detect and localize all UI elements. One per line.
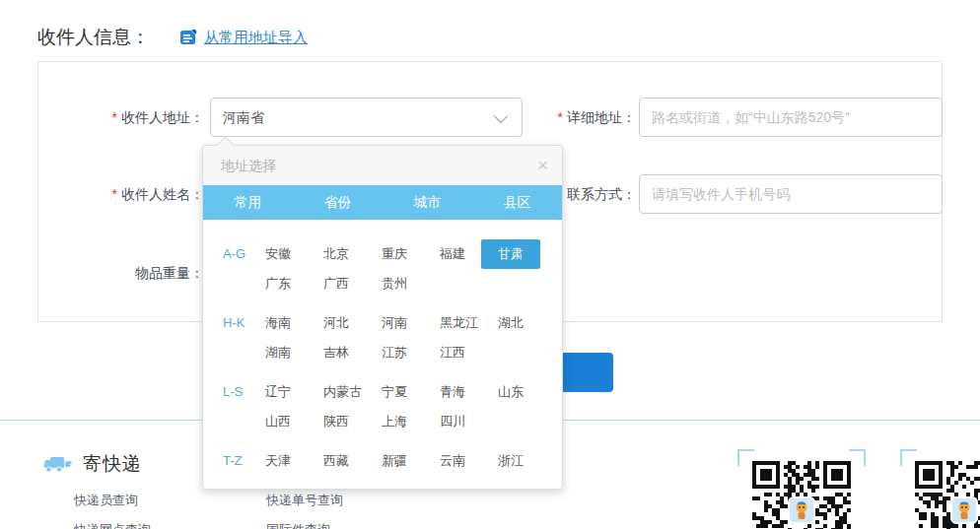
province-item[interactable]: 广西: [323, 269, 382, 298]
recipient-section-header: 收件人信息： 从常用地址导入: [37, 24, 308, 51]
mascot-icon: [950, 496, 978, 524]
recipient-address-label: *收件人地址：: [0, 98, 204, 137]
province-item[interactable]: 江苏: [382, 338, 440, 367]
import-address-label: 从常用地址导入: [204, 29, 308, 47]
province-item[interactable]: 重庆: [382, 239, 440, 269]
province-item[interactable]: 云南: [440, 446, 498, 476]
province-item[interactable]: 宁夏: [382, 377, 440, 407]
footer-link-courier-query[interactable]: 快递员查询: [74, 492, 138, 509]
footer-send-express: 寄快递: [43, 451, 142, 477]
address-picker-popup: 地址选择 × 常用省份城市县区 A-G安徽北京重庆福建甘肃广东广西贵州H-K海南…: [202, 145, 563, 490]
required-asterisk: *: [112, 186, 117, 202]
footer-link-partial-right[interactable]: 国际件查询: [266, 521, 330, 529]
popup-tabs: 常用省份城市县区: [203, 185, 562, 220]
popup-tab-2[interactable]: 城市: [383, 185, 472, 220]
page-title: 收件人信息：: [37, 25, 150, 50]
province-group-A-G: A-G安徽北京重庆福建甘肃广东广西贵州: [223, 239, 562, 298]
footer-link-partial-left[interactable]: 快递网点查询: [74, 521, 151, 529]
popup-header: 地址选择 ×: [203, 146, 562, 185]
scan-frame-corner-icon: [849, 449, 866, 466]
province-item[interactable]: 海南: [265, 308, 323, 338]
province-item[interactable]: 天津: [265, 446, 323, 476]
popup-tab-1[interactable]: 省份: [293, 185, 383, 220]
popup-title: 地址选择: [221, 146, 276, 185]
chevron-down-icon: [494, 109, 508, 123]
province-item[interactable]: 山东: [498, 377, 556, 407]
mascot-icon: [788, 496, 815, 524]
recipient-name-label: *收件人姓名：: [0, 174, 204, 214]
province-item[interactable]: 吉林: [323, 338, 382, 367]
weight-label: 物品重量：: [0, 253, 204, 293]
province-item[interactable]: 新疆: [382, 446, 440, 476]
truck-icon: [43, 453, 73, 475]
province-item[interactable]: 上海: [382, 407, 440, 436]
group-letter: T-Z: [223, 446, 265, 476]
required-asterisk: *: [558, 109, 563, 125]
province-item[interactable]: 四川: [440, 407, 498, 436]
province-item[interactable]: 广东: [265, 269, 323, 298]
province-item[interactable]: 黑龙江: [440, 308, 498, 338]
province-item[interactable]: 甘肃: [498, 239, 556, 269]
group-letter: A-G: [223, 239, 265, 298]
footer-link-tracking-query[interactable]: 快递单号查询: [266, 492, 343, 509]
province-item[interactable]: 湖北: [498, 308, 556, 338]
province-group-T-Z: T-Z天津西藏新疆云南浙江: [223, 446, 562, 476]
province-item[interactable]: 西藏: [323, 446, 382, 476]
province-item[interactable]: 辽宁: [265, 377, 323, 407]
popup-tab-0[interactable]: 常用: [203, 185, 293, 220]
province-group-L-S: L-S辽宁内蒙古宁夏青海山东山西陕西上海四川: [223, 377, 562, 436]
province-item[interactable]: 北京: [323, 239, 382, 269]
province-item[interactable]: 贵州: [382, 269, 440, 298]
contact-input[interactable]: [639, 174, 943, 214]
province-list: A-G安徽北京重庆福建甘肃广东广西贵州H-K海南河北河南黑龙江湖北湖南吉林江苏江…: [203, 220, 562, 476]
province-item[interactable]: 陕西: [323, 407, 382, 436]
province-item[interactable]: 浙江: [498, 446, 556, 476]
recipient-address-select[interactable]: 河南省: [210, 98, 523, 137]
province-item[interactable]: 青海: [440, 377, 498, 407]
group-letter: L-S: [223, 377, 265, 436]
province-item[interactable]: 安徽: [265, 239, 323, 269]
province-item[interactable]: 山西: [265, 407, 323, 436]
province-item[interactable]: 河南: [382, 308, 440, 338]
group-letter: H-K: [223, 308, 265, 367]
recipient-address-value: 河南省: [223, 109, 264, 125]
popup-tab-3[interactable]: 县区: [472, 185, 562, 220]
province-item[interactable]: 内蒙古: [323, 377, 382, 407]
detail-address-input[interactable]: [639, 98, 943, 137]
required-asterisk: *: [112, 109, 117, 125]
province-group-H-K: H-K海南河北河南黑龙江湖北湖南吉林江苏江西: [223, 308, 562, 367]
detail-address-label: *详细地址：: [532, 98, 636, 137]
footer-heading: 寄快递: [83, 451, 142, 477]
province-item[interactable]: 湖南: [265, 338, 323, 367]
qr-code-mini-program: [915, 461, 980, 529]
close-icon[interactable]: ×: [537, 154, 548, 177]
qr-code-app: [752, 461, 851, 529]
notebook-pen-icon: [179, 29, 197, 46]
import-address-link[interactable]: 从常用地址导入: [179, 29, 308, 47]
province-item[interactable]: 河北: [323, 308, 382, 338]
province-item[interactable]: 江西: [440, 338, 498, 367]
